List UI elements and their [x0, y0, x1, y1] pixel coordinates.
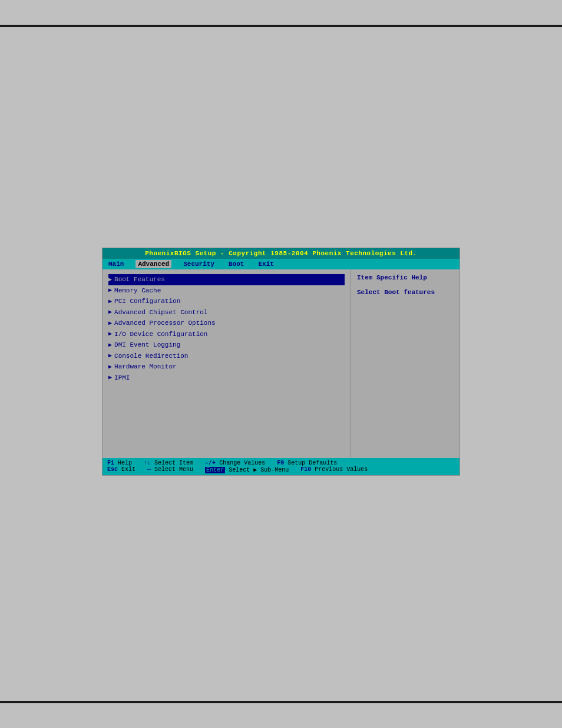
entry-console-redirection-label: Console Redirection — [114, 351, 188, 361]
footer-updown: ↑↓ Select Item — [144, 460, 193, 466]
entry-console-redirection[interactable]: ▶ Console Redirection — [108, 351, 345, 362]
bios-left-panel: ▶ Boot Features ▶ Memory Cache ▶ PCI Con… — [103, 269, 351, 458]
bios-content: ▶ Boot Features ▶ Memory Cache ▶ PCI Con… — [103, 269, 459, 458]
arrow-advanced-processor: ▶ — [108, 319, 112, 328]
entry-pci-configuration[interactable]: ▶ PCI Configuration — [108, 296, 345, 307]
entry-advanced-processor-label: Advanced Processor Options — [114, 318, 216, 328]
bios-window: PhoenixBIOS Setup - Copyright 1985-2004 … — [102, 248, 460, 476]
arrow-hardware-monitor: ▶ — [108, 363, 112, 371]
footer-esc: Esc Exit — [107, 466, 135, 473]
footer-f10: F10 Previous Values — [300, 466, 368, 473]
arrow-console-redirection: ▶ — [108, 351, 112, 360]
entry-boot-features[interactable]: ▶ Boot Features — [108, 274, 345, 285]
arrow-boot-features: ▶ — [108, 275, 112, 284]
menu-exit[interactable]: Exit — [256, 260, 276, 268]
arrow-dmi-event: ▶ — [108, 341, 112, 350]
bios-right-panel: Item Specific Help Select Boot features — [351, 269, 459, 458]
entry-advanced-processor[interactable]: ▶ Advanced Processor Options — [108, 318, 345, 329]
footer-change: -/+ Change Values — [205, 460, 265, 466]
entry-memory-cache-label: Memory Cache — [114, 286, 161, 296]
entry-memory-cache[interactable]: ▶ Memory Cache — [108, 285, 345, 297]
entry-hardware-monitor-label: Hardware Monitor — [114, 362, 177, 372]
menu-advanced[interactable]: Advanced — [135, 260, 171, 268]
help-text: Select Boot features — [357, 288, 454, 297]
footer-leftright: ↔ Select Menu — [147, 466, 193, 473]
entry-advanced-chipset[interactable]: ▶ Advanced Chipset Control — [108, 307, 345, 318]
footer-row-2: Esc Exit ↔ Select Menu Enter Select ▶ Su… — [107, 466, 455, 473]
entry-pci-configuration-label: PCI Configuration — [114, 297, 180, 307]
entry-hardware-monitor[interactable]: ▶ Hardware Monitor — [108, 361, 345, 373]
arrow-io-device: ▶ — [108, 330, 112, 338]
help-title: Item Specific Help — [357, 274, 454, 281]
entry-dmi-event[interactable]: ▶ DMI Event Logging — [108, 340, 345, 351]
menu-security[interactable]: Security — [181, 260, 217, 268]
entry-io-device[interactable]: ▶ I/O Device Configuration — [108, 329, 345, 340]
footer-enter: Enter Select ▶ Sub-Menu — [205, 466, 289, 473]
menu-boot[interactable]: Boot — [226, 260, 246, 268]
arrow-ipmi: ▶ — [108, 373, 112, 382]
footer-row-1: F1 Help ↑↓ Select Item -/+ Change Values… — [107, 460, 455, 466]
entry-ipmi-label: IPMI — [114, 373, 130, 383]
entry-ipmi[interactable]: ▶ IPMI — [108, 373, 345, 384]
menu-main[interactable]: Main — [106, 260, 126, 268]
arrow-pci-configuration: ▶ — [108, 297, 112, 306]
arrow-advanced-chipset: ▶ — [108, 308, 112, 317]
entry-io-device-label: I/O Device Configuration — [114, 330, 207, 340]
bottom-decorative-bar — [0, 701, 562, 703]
arrow-memory-cache: ▶ — [108, 286, 112, 295]
bios-title-text: PhoenixBIOS Setup - Copyright 1985-2004 … — [145, 250, 417, 257]
entry-dmi-event-label: DMI Event Logging — [114, 340, 180, 350]
top-decorative-bar — [0, 25, 562, 27]
footer-f9: F9 Setup Defaults — [277, 460, 337, 466]
entry-advanced-chipset-label: Advanced Chipset Control — [114, 308, 207, 318]
bios-title-bar: PhoenixBIOS Setup - Copyright 1985-2004 … — [103, 248, 459, 259]
bios-footer: F1 Help ↑↓ Select Item -/+ Change Values… — [103, 458, 459, 475]
bios-menu-bar: Main Advanced Security Boot Exit — [103, 259, 459, 269]
entry-boot-features-label: Boot Features — [114, 275, 165, 285]
footer-f1: F1 Help — [107, 460, 132, 466]
